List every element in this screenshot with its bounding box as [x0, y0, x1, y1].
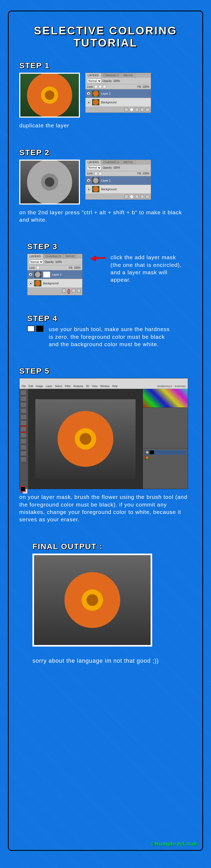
- adjustments-panel[interactable]: [143, 407, 188, 448]
- new-layer-icon[interactable]: [140, 108, 144, 112]
- lasso-tool-icon[interactable]: [20, 402, 27, 407]
- trash-icon[interactable]: [77, 289, 81, 292]
- fill-label: Fill:: [69, 266, 73, 269]
- lock-label: Lock:: [87, 172, 93, 175]
- tab-paths[interactable]: PATHS: [121, 73, 135, 78]
- menu-item[interactable]: Image: [36, 385, 43, 388]
- lock-icon[interactable]: [99, 85, 102, 88]
- add-mask-icon[interactable]: [130, 108, 134, 112]
- apology-text: sorry about the language im not that goo…: [32, 657, 192, 665]
- layer-name: Layer 1: [101, 92, 111, 95]
- menu-item[interactable]: Window: [100, 385, 110, 388]
- gradient-tool-icon[interactable]: [20, 445, 27, 450]
- add-mask-icon[interactable]: [69, 289, 69, 293]
- marquee-tool-icon[interactable]: [20, 396, 27, 401]
- layer-thumbnail: [92, 90, 99, 97]
- menu-item[interactable]: Help: [112, 385, 118, 388]
- layer-mask-thumbnail: [43, 271, 50, 278]
- mini-mask-thumb: [150, 451, 154, 454]
- tab-channels[interactable]: CHANNELS: [43, 254, 64, 259]
- step-4: STEP 4 use your brush tool, make sure th…: [27, 314, 192, 348]
- new-layer-icon[interactable]: [72, 289, 75, 292]
- menu-item[interactable]: Select: [55, 385, 62, 388]
- swatch-white: [27, 326, 35, 332]
- lock-icon[interactable]: [95, 85, 98, 88]
- workspace-tab[interactable]: PAINTING: [175, 385, 186, 388]
- layer-row[interactable]: Background: [85, 185, 151, 194]
- new-layer-icon[interactable]: [140, 195, 144, 198]
- fx-icon[interactable]: [125, 108, 128, 112]
- trash-icon[interactable]: [146, 108, 149, 112]
- layer-thumbnail: [92, 99, 99, 105]
- blend-mode-select[interactable]: Normal: [29, 260, 43, 264]
- visibility-icon[interactable]: [87, 92, 91, 95]
- layer-row[interactable]: Layer 1: [85, 176, 151, 185]
- fill-value: 100%: [142, 85, 149, 88]
- step-2-caption: on the 2nd layer press "ctrl + alt + shi…: [19, 209, 192, 224]
- flower-image-bw: [19, 160, 80, 205]
- title-line1: SELECTIVE COLORING: [34, 24, 177, 37]
- lock-icon[interactable]: [95, 172, 98, 175]
- hand-tool-icon[interactable]: [20, 457, 27, 462]
- menu-item[interactable]: File: [22, 385, 26, 388]
- eraser-tool-icon[interactable]: [20, 439, 27, 444]
- visibility-icon[interactable]: [87, 101, 91, 104]
- menu-item[interactable]: Layer: [46, 385, 52, 388]
- tab-paths[interactable]: PATHS: [121, 160, 135, 165]
- fill-label: Fill:: [137, 172, 142, 175]
- workspace-tab[interactable]: ESSENTIALS: [157, 385, 172, 388]
- stamp-tool-icon[interactable]: [20, 433, 27, 438]
- tab-layers[interactable]: LAYERS: [28, 254, 43, 259]
- visibility-icon[interactable]: [29, 273, 32, 276]
- step-1-label: STEP 1: [19, 61, 192, 70]
- swatches-panel[interactable]: [143, 389, 188, 407]
- new-folder-icon[interactable]: [135, 195, 139, 198]
- lock-icon[interactable]: [99, 172, 102, 175]
- text-tool-icon[interactable]: [20, 451, 27, 456]
- layer-thumbnail: [34, 271, 41, 278]
- opacity-value: 100%: [113, 80, 120, 83]
- eyedropper-tool-icon[interactable]: [20, 421, 27, 426]
- tutorial-title: SELECTIVE COLORING TUTORIAL: [19, 25, 192, 49]
- menu-item[interactable]: Filter: [65, 385, 71, 388]
- layer-row[interactable]: Background: [85, 98, 151, 107]
- brush-tool-icon[interactable]: [20, 427, 27, 432]
- step-5: STEP 5 File Edit Image Layer Select Filt…: [19, 367, 192, 523]
- tab-channels[interactable]: CHANNELS: [101, 160, 121, 165]
- fill-value: 100%: [142, 172, 149, 175]
- layer-row[interactable]: Background: [28, 279, 82, 288]
- menu-item[interactable]: View: [92, 385, 98, 388]
- blend-mode-select[interactable]: Normal: [87, 79, 102, 83]
- wand-tool-icon[interactable]: [20, 408, 27, 413]
- foreground-color-swatch[interactable]: [21, 487, 25, 492]
- opacity-value: 100%: [113, 166, 120, 169]
- canvas-area[interactable]: [28, 389, 143, 489]
- lock-icon[interactable]: [103, 85, 106, 88]
- blend-mode-select[interactable]: Normal: [87, 166, 102, 170]
- menu-item[interactable]: Edit: [29, 385, 33, 388]
- lock-icon[interactable]: [36, 266, 40, 269]
- fx-icon[interactable]: [62, 289, 66, 292]
- step-5-caption: on your layer mask, brush the flower usi…: [19, 493, 192, 523]
- tab-paths[interactable]: PATHS: [64, 254, 77, 259]
- menu-item[interactable]: 3D: [86, 385, 89, 388]
- layer-name: Background: [43, 282, 59, 285]
- page-frame: SELECTIVE COLORING TUTORIAL STEP 1 LAYER…: [8, 10, 203, 851]
- fx-icon[interactable]: [125, 195, 128, 198]
- trash-icon[interactable]: [146, 195, 149, 198]
- add-mask-icon[interactable]: [130, 195, 134, 198]
- menu-item[interactable]: Analysis: [73, 385, 83, 388]
- visibility-icon[interactable]: [87, 188, 91, 191]
- layer-row[interactable]: Layer 1: [85, 89, 151, 98]
- tab-channels[interactable]: CHANNELS: [101, 73, 121, 78]
- visibility-icon[interactable]: [87, 179, 91, 182]
- new-folder-icon[interactable]: [135, 108, 139, 112]
- crop-tool-icon[interactable]: [20, 414, 27, 420]
- move-tool-icon[interactable]: [20, 390, 27, 395]
- visibility-icon[interactable]: [29, 282, 32, 285]
- tab-layers[interactable]: LAYERS: [85, 160, 101, 165]
- layers-mini-panel[interactable]: [143, 448, 188, 489]
- tab-layers[interactable]: LAYERS: [85, 73, 101, 78]
- layer-row[interactable]: Layer 1: [28, 270, 82, 279]
- right-panels: [143, 389, 188, 489]
